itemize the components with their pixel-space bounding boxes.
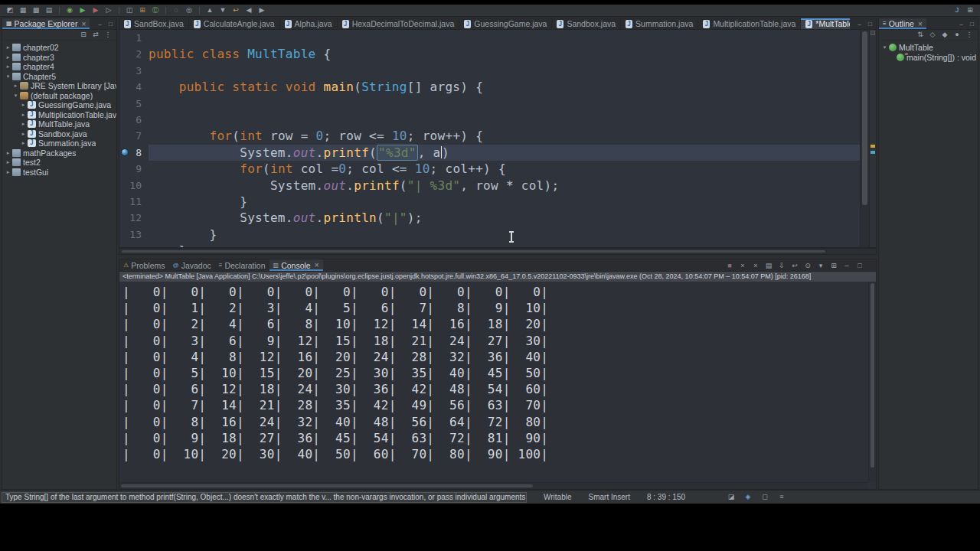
line-number[interactable]: 10 (119, 178, 149, 194)
code-line[interactable]: 10 System.out.printf("| %3d", row * col)… (119, 178, 860, 194)
editor-tab[interactable]: JCalculateAngle.java (189, 18, 280, 29)
overview-ruler[interactable] (869, 30, 876, 247)
tab-declaration[interactable]: ≡Declaration (215, 259, 270, 271)
line-number[interactable]: 5 (119, 96, 149, 112)
scrollbar-thumb[interactable] (121, 484, 533, 487)
tree-item[interactable]: ▸JSandbox.java (2, 129, 116, 139)
forward-icon[interactable]: ▶ (256, 5, 267, 15)
view-menu-icon[interactable]: ⋮ (965, 30, 974, 40)
maximize-view-icon[interactable]: □ (106, 20, 115, 28)
last-edit-location-icon[interactable]: ↩ (230, 5, 241, 15)
tree-item[interactable]: ▾(default package) (2, 91, 116, 101)
next-annotation-icon[interactable]: ▼ (217, 5, 228, 15)
code-line[interactable]: 2public class MultTable { (119, 46, 860, 62)
tree-item[interactable]: ▸JRE System Library [JavaSE-17] (2, 81, 116, 91)
scroll-lock-icon[interactable]: ⇩ (776, 261, 787, 271)
remove-launch-icon[interactable]: × (737, 261, 748, 271)
java-perspective-icon[interactable]: J (952, 5, 962, 15)
code-text[interactable]: for(int col =0; col <= 10; col++) { (149, 161, 860, 177)
chevron-collapsed-icon[interactable]: ▸ (20, 112, 27, 118)
maximize-view-icon[interactable]: □ (854, 261, 865, 271)
tab-package-explorer[interactable]: ▦ Package Explorer × (2, 18, 90, 29)
code-text[interactable]: } (149, 227, 860, 243)
code-line[interactable]: 6 (119, 112, 860, 128)
console-horizontal-scrollbar[interactable] (119, 482, 868, 489)
editor-tab[interactable]: J*MultTable.java× (801, 18, 850, 29)
minimize-view-icon[interactable]: – (96, 20, 104, 28)
code-line[interactable]: 8 System.out.printf("%3d", a) (119, 145, 860, 161)
tree-item[interactable]: ▸test2 (2, 158, 116, 168)
chevron-collapsed-icon[interactable]: ▸ (20, 131, 27, 137)
open-perspective-icon[interactable]: ⊞ (965, 5, 975, 15)
hide-fields-icon[interactable]: ◇ (928, 30, 937, 40)
code-line[interactable]: 9 for(int col =0; col <= 10; col++) { (119, 161, 860, 177)
minimize-view-icon[interactable]: – (855, 20, 864, 28)
tree-item[interactable]: ▸chapter02 (2, 43, 116, 53)
line-number[interactable]: 6 (119, 112, 149, 128)
code-text[interactable]: for(int row = 0; row <= 10; row++) { (149, 128, 860, 144)
line-number[interactable]: 14 (119, 243, 149, 247)
close-icon[interactable]: × (315, 261, 319, 269)
code-line[interactable]: 13 } (119, 227, 860, 243)
tab-problems[interactable]: ⚠Problems (119, 259, 169, 271)
tree-item[interactable]: ▸JMultTable.java (2, 119, 116, 129)
code-line[interactable]: 1 (119, 30, 860, 46)
scrollbar-thumb[interactable] (122, 250, 825, 253)
line-number[interactable]: 13 (119, 227, 149, 243)
editor-tab[interactable]: JSandBox.java (119, 18, 189, 29)
code-text[interactable]: System.out.println("|"); (149, 210, 860, 226)
new-java-project-icon[interactable]: ◫ (124, 5, 135, 15)
open-console-icon[interactable]: ⊞ (828, 261, 839, 271)
tree-item[interactable]: ▾Chapter5 (2, 72, 116, 82)
hide-non-public-icon[interactable]: ● (952, 30, 962, 40)
remove-all-launches-icon[interactable]: × (750, 261, 761, 271)
tree-item[interactable]: ▸testGui (2, 168, 116, 178)
tree-item[interactable]: ▸mathPackages (2, 148, 116, 158)
new-class-icon[interactable]: Ⓒ (150, 5, 161, 15)
line-number[interactable]: 2 (119, 46, 149, 62)
code-text[interactable]: public static void main(String[] args) { (149, 79, 860, 95)
editor-tab[interactable]: JHexaDecimalToDecimal.java (338, 18, 460, 29)
save-all-icon[interactable]: ▩ (31, 5, 41, 15)
status-menu-icon[interactable]: ≡ (776, 492, 787, 502)
code-area[interactable]: 12public class MultTable {34 public stat… (119, 30, 860, 247)
line-number[interactable]: 9 (119, 161, 149, 177)
code-text[interactable]: } (149, 194, 860, 210)
code-line[interactable]: 7 for(int row = 0; row <= 10; row++) { (119, 128, 860, 144)
line-number[interactable]: 7 (119, 128, 149, 144)
maximize-view-icon[interactable]: □ (866, 20, 874, 28)
code-text[interactable] (149, 30, 860, 46)
chevron-expanded-icon[interactable]: ▾ (881, 44, 888, 51)
word-wrap-icon[interactable]: ↩ (789, 261, 800, 271)
line-number[interactable]: 11 (119, 194, 149, 210)
code-text[interactable]: public class MultTable { (149, 46, 860, 62)
editor-tab[interactable]: JSummation.java (621, 18, 698, 29)
chevron-collapsed-icon[interactable]: ▸ (20, 121, 27, 127)
tree-item[interactable]: ▾MultTable (879, 43, 978, 53)
tab-javadoc[interactable]: @Javadoc (169, 259, 215, 271)
scrollbar-thumb[interactable] (871, 283, 874, 468)
external-tools-icon[interactable]: ▷ (103, 5, 114, 15)
tree-item[interactable]: ▸JSummation.java (2, 139, 116, 148)
view-menu-icon[interactable]: ⋮ (103, 30, 113, 40)
tree-item[interactable]: ▸JMultiplicationTable.java (2, 110, 116, 120)
progress-icon[interactable]: ◻ (760, 492, 770, 502)
tab-console[interactable]: ▥Console× (270, 259, 323, 271)
new-wizard-icon[interactable]: ◩ (5, 5, 15, 15)
chevron-expanded-icon[interactable]: ▾ (5, 73, 11, 80)
tree-item[interactable]: ▸chapter4 (2, 62, 116, 72)
show-selected-element-icon[interactable]: ◪ (726, 492, 737, 502)
run-icon[interactable]: ▶ (77, 5, 88, 15)
terminate-icon[interactable]: ■ (724, 261, 735, 271)
new-package-icon[interactable]: ⊞ (137, 5, 148, 15)
search-icon[interactable]: ◎ (184, 5, 194, 15)
chevron-collapsed-icon[interactable]: ▸ (5, 54, 11, 60)
line-number[interactable]: 12 (119, 210, 149, 226)
editor-horizontal-scrollbar[interactable] (119, 248, 877, 255)
console-vertical-scrollbar[interactable] (868, 282, 876, 482)
java-status-icon[interactable]: ◈ (743, 492, 753, 502)
chevron-collapsed-icon[interactable]: ▸ (5, 150, 11, 156)
occurrence-tick[interactable] (871, 151, 875, 154)
editor-tab[interactable]: JGuessingGame.java (459, 18, 552, 29)
save-icon[interactable]: ▦ (18, 5, 28, 15)
